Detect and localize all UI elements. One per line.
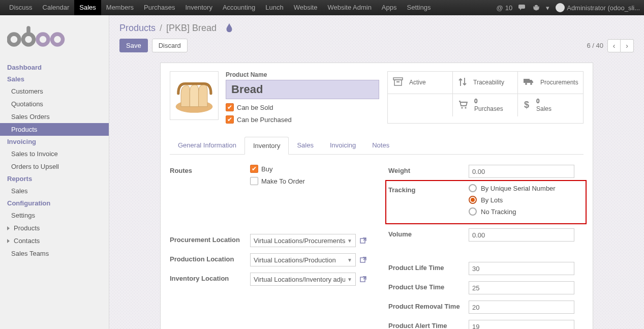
proc-loc-label: Procurement Location bbox=[170, 234, 250, 247]
pager: 6 / 40 ‹ › bbox=[587, 39, 634, 52]
use-time-label: Product Use Time bbox=[388, 281, 469, 294]
svg-point-2 bbox=[38, 34, 48, 45]
caret-down-icon[interactable]: ▾ bbox=[546, 4, 549, 12]
sidebar-item-customers[interactable]: Customers bbox=[0, 85, 109, 98]
sidebar-item-settings[interactable]: Settings bbox=[0, 209, 109, 222]
pager-next[interactable]: › bbox=[621, 39, 634, 52]
tracking-label: Tracking bbox=[388, 184, 469, 219]
external-link-icon[interactable] bbox=[359, 275, 368, 284]
top-menu-inventory[interactable]: Inventory bbox=[180, 0, 217, 15]
product-name-input[interactable] bbox=[226, 80, 379, 99]
user-menu[interactable]: Administrator (odoo_sli... bbox=[556, 3, 640, 12]
stat-active[interactable]: Active bbox=[388, 72, 453, 94]
tabs: General InformationInventorySalesInvoici… bbox=[170, 137, 584, 155]
can-be-purchased-checkbox[interactable]: ✔ bbox=[226, 115, 234, 124]
tracking-highlight: Tracking By Unique Serial NumberBy LotsN… bbox=[385, 180, 587, 224]
chat-icon[interactable] bbox=[518, 4, 527, 11]
sidebar-item-sales-to-invoice[interactable]: Sales to Invoice bbox=[0, 147, 109, 160]
sidebar-head-config[interactable]: Configuration bbox=[0, 197, 109, 209]
sidebar-item-sales-teams[interactable]: Sales Teams bbox=[0, 247, 109, 260]
sidebar-item-products[interactable]: Products bbox=[0, 123, 109, 136]
top-menu-calendar[interactable]: Calendar bbox=[38, 0, 75, 15]
logo bbox=[0, 21, 109, 62]
can-be-sold-checkbox[interactable]: ✔ bbox=[226, 103, 234, 111]
stat-sales[interactable]: $ 0Sales bbox=[518, 94, 583, 116]
product-image[interactable] bbox=[170, 71, 219, 120]
discard-button[interactable]: Discard bbox=[152, 39, 188, 52]
updown-arrows-icon bbox=[458, 77, 467, 88]
notification-count[interactable]: @10 bbox=[497, 4, 513, 12]
avatar bbox=[556, 3, 565, 12]
prod-loc-label: Production Location bbox=[170, 253, 250, 266]
can-be-purchased-label: Can be Purchased bbox=[237, 116, 292, 124]
stat-empty bbox=[388, 94, 453, 116]
tracking-radio-no-tracking[interactable] bbox=[469, 207, 477, 216]
tab-general-information[interactable]: General Information bbox=[170, 137, 244, 154]
tab-inventory[interactable]: Inventory bbox=[244, 137, 289, 155]
sidebar-item-sales-orders[interactable]: Sales Orders bbox=[0, 110, 109, 123]
sidebar-head-invoicing[interactable]: Invoicing bbox=[0, 136, 109, 147]
prod-loc-select[interactable]: Virtual Locations/Production▼ bbox=[250, 253, 356, 266]
top-menu-discuss[interactable]: Discuss bbox=[4, 0, 38, 15]
sidebar-item-contacts[interactable]: Contacts bbox=[0, 234, 109, 247]
top-menu-website-admin[interactable]: Website Admin bbox=[322, 0, 376, 15]
top-menu-settings[interactable]: Settings bbox=[402, 0, 436, 15]
stat-buttons: Active Traceability Procurements 0Purcha… bbox=[387, 71, 584, 124]
tab-invoicing[interactable]: Invoicing bbox=[322, 137, 364, 154]
top-menu-website[interactable]: Website bbox=[289, 0, 323, 15]
external-link-icon[interactable] bbox=[359, 236, 368, 245]
truck-icon bbox=[523, 78, 534, 87]
route-buy-checkbox[interactable]: ✔ bbox=[250, 165, 258, 173]
tracking-radio-by-lots[interactable] bbox=[469, 196, 477, 204]
top-menu-accounting[interactable]: Accounting bbox=[218, 0, 260, 15]
volume-input[interactable] bbox=[469, 228, 574, 242]
sidebar-item-quotations[interactable]: Quotations bbox=[0, 98, 109, 110]
route-mto-checkbox[interactable] bbox=[250, 177, 258, 185]
user-label: Administrator (odoo_sli... bbox=[567, 4, 640, 12]
svg-rect-16 bbox=[360, 277, 365, 282]
sidebar-item-products[interactable]: Products bbox=[0, 222, 109, 234]
weight-label: Weight bbox=[388, 165, 469, 178]
sidebar-head-sales[interactable]: Sales bbox=[0, 73, 109, 85]
inv-loc-select[interactable]: Virtual Locations/Inventory adjustr▼ bbox=[250, 273, 356, 286]
top-menu-purchases[interactable]: Purchases bbox=[139, 0, 180, 15]
product-name-label: Product Name bbox=[226, 71, 380, 78]
caret-right-icon bbox=[7, 239, 10, 243]
tracking-radio-by-unique-serial-number[interactable] bbox=[469, 184, 477, 192]
svg-point-0 bbox=[9, 34, 19, 45]
svg-point-10 bbox=[530, 83, 532, 85]
svg-point-3 bbox=[52, 34, 63, 45]
top-menu-lunch[interactable]: Lunch bbox=[260, 0, 288, 15]
weight-input[interactable] bbox=[469, 165, 574, 178]
debug-icon[interactable] bbox=[533, 4, 540, 11]
save-button[interactable]: Save bbox=[119, 39, 148, 52]
inv-loc-label: Inventory Location bbox=[170, 273, 250, 286]
top-menu-sales[interactable]: Sales bbox=[74, 0, 101, 15]
sidebar-item-sales[interactable]: Sales bbox=[0, 185, 109, 197]
archive-icon bbox=[393, 77, 403, 88]
removal-time-label: Product Removal Time bbox=[388, 301, 469, 314]
sidebar-head-dashboard[interactable]: Dashboard bbox=[0, 62, 109, 73]
removal-time-input[interactable] bbox=[469, 301, 574, 314]
external-link-icon[interactable] bbox=[359, 255, 368, 264]
stat-traceability[interactable]: Traceability bbox=[453, 72, 518, 94]
tab-notes[interactable]: Notes bbox=[364, 137, 397, 154]
dollar-icon: $ bbox=[523, 100, 530, 111]
tracking-option-label: By Unique Serial Number bbox=[481, 185, 556, 192]
alert-time-input[interactable] bbox=[469, 320, 574, 329]
breadcrumb-root[interactable]: Products bbox=[119, 23, 156, 34]
svg-rect-8 bbox=[524, 79, 530, 83]
use-time-input[interactable] bbox=[469, 281, 574, 294]
life-time-input[interactable] bbox=[469, 262, 574, 275]
top-menu-apps[interactable]: Apps bbox=[377, 0, 402, 15]
sidebar-item-orders-to-upsell[interactable]: Orders to Upsell bbox=[0, 160, 109, 173]
breadcrumb-sep: / bbox=[160, 23, 162, 34]
tab-sales[interactable]: Sales bbox=[289, 137, 322, 154]
alert-time-label: Product Alert Time bbox=[388, 320, 469, 329]
sidebar-head-reports[interactable]: Reports bbox=[0, 173, 109, 185]
top-menu-members[interactable]: Members bbox=[101, 0, 139, 15]
proc-loc-select[interactable]: Virtual Locations/Procurements▼ bbox=[250, 234, 356, 247]
stat-procurements[interactable]: Procurements bbox=[518, 72, 583, 94]
stat-purchases[interactable]: 0Purchases bbox=[453, 94, 518, 116]
pager-prev[interactable]: ‹ bbox=[607, 39, 621, 52]
